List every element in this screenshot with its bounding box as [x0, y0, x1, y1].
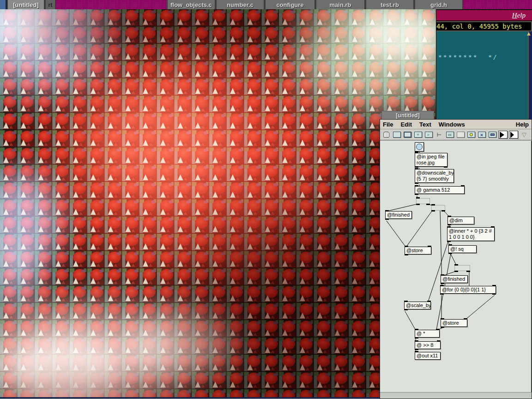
object-box-finished-2[interactable]: @finished — [441, 275, 468, 283]
editor-menubar: Help — [436, 10, 532, 21]
taskbar-filler-left — [56, 0, 167, 9]
object-box-multiply[interactable]: @ * — [415, 330, 440, 338]
taskbar-tab-grid-h[interactable]: grid.h — [414, 0, 463, 9]
object-box-for[interactable]: @for {0 0}{0 0}{1 1} — [440, 286, 496, 294]
junction-box[interactable] — [454, 265, 470, 271]
taskbar-filler-right — [463, 0, 532, 9]
object-box-finished-1[interactable]: @finished — [385, 211, 412, 219]
toggle-box-icon[interactable]: ▿ — [413, 131, 423, 139]
slider-tool-icon[interactable] — [488, 131, 497, 139]
define-box-icon[interactable] — [456, 131, 465, 139]
comment-icon[interactable]: cc — [445, 131, 454, 139]
gridflow-output-image — [0, 9, 436, 398]
menu-text[interactable]: Text — [419, 121, 431, 128]
taskbar-tab-stub[interactable]: rt — [45, 0, 56, 9]
app-launcher-icon[interactable] — [0, 0, 7, 9]
taskbar: [untitled] rt flow_objects.c number.c co… — [0, 0, 532, 9]
taskbar-tab-test-rb[interactable]: test.rb — [365, 0, 414, 9]
taskbar-tab-main-rb[interactable]: main.rb — [315, 0, 365, 9]
taskbar-tab-configure[interactable]: configure — [265, 0, 315, 9]
taskbar-tab-number[interactable]: number.c — [216, 0, 265, 9]
object-box-gamma[interactable]: @ gamma 512 — [415, 186, 465, 194]
object-box-sq[interactable]: @! sq — [448, 245, 477, 253]
object-box-shift[interactable]: @ >> 8 — [415, 341, 441, 349]
menu-edit[interactable]: Edit — [400, 121, 412, 128]
junction-box[interactable] — [416, 198, 430, 204]
object-box-in-jpeg[interactable]: @in jpeg file rose.jpg — [415, 153, 447, 167]
editor-status-line: 44, col 0, 45955 bytes — [436, 21, 532, 31]
scroll-up-icon[interactable]: ▲ — [526, 30, 532, 37]
desktop: [untitled] rt flow_objects.c number.c co… — [0, 0, 532, 399]
menu-help[interactable]: Help — [516, 121, 529, 128]
bang-tool-icon[interactable] — [466, 131, 476, 139]
run-icon[interactable] — [498, 131, 508, 139]
fork-icon[interactable]: ⊢ — [435, 131, 444, 139]
patcher-menubar: File Edit Text Windows Help — [380, 120, 532, 129]
editor-help-menu[interactable]: Help — [512, 12, 526, 19]
menu-file[interactable]: File — [383, 121, 393, 128]
taskbar-tab-flow-objects[interactable]: flow_objects.c — [167, 0, 216, 9]
object-box-downscale[interactable]: @downscale_by {5 7} smoothly — [415, 169, 454, 183]
menu-windows[interactable]: Windows — [439, 121, 465, 128]
patcher-window-title[interactable]: [untitled] — [381, 111, 434, 119]
object-box-out-x11[interactable]: @out x11 — [415, 352, 441, 360]
patcher-box-icon[interactable]: ▹ — [424, 131, 433, 139]
object-box-store-1[interactable]: @store — [405, 247, 431, 254]
window-bottom-edge — [0, 397, 436, 399]
object-box-icon[interactable] — [392, 131, 401, 139]
editor-text-content: ******** */ — [438, 54, 498, 60]
object-box-scale-by[interactable]: @scale_by — [404, 302, 431, 309]
run-step-icon[interactable] — [509, 131, 518, 139]
junction-box[interactable] — [431, 205, 445, 211]
bang-button[interactable] — [415, 142, 424, 151]
patcher-window: File Edit Text Windows Help ▿ ▹ ⊢ cc × ▽ — [380, 119, 532, 399]
patcher-toolbar: ▿ ▹ ⊢ cc × ▽ — [380, 129, 532, 140]
message-box-icon[interactable] — [403, 131, 412, 139]
lock-hand-icon[interactable] — [381, 131, 391, 139]
object-box-dim[interactable]: @dim — [447, 217, 474, 224]
object-box-store-2[interactable]: @store — [441, 319, 467, 327]
taskbar-tab-untitled[interactable]: [untitled] — [7, 0, 45, 9]
toggle-x-icon[interactable]: × — [477, 131, 486, 139]
patcher-bottom-strip — [380, 392, 532, 399]
pulldown-icon[interactable]: ▽ — [520, 131, 529, 139]
object-box-inner[interactable]: @inner * + 0 {3 2 # 1 0 0 1 0 0} — [447, 227, 495, 241]
